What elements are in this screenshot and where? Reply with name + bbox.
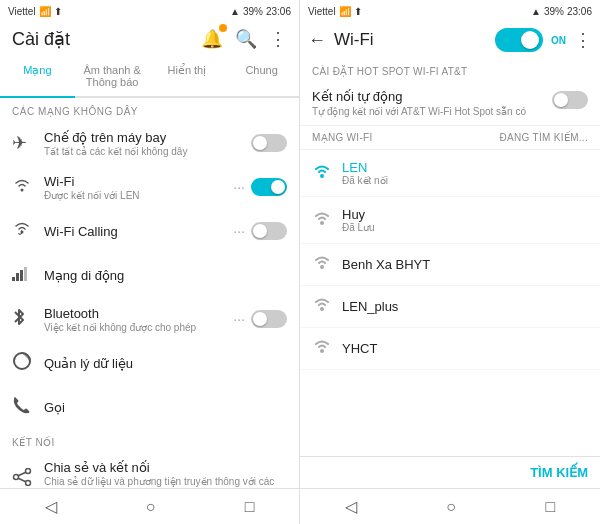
- wifi-network-len-status: Đã kết nối: [342, 175, 588, 186]
- auto-connect-subtitle: Tự động kết nối với AT&T Wi-Fi Hot Spot …: [312, 106, 544, 117]
- right-clock: 23:06: [567, 6, 592, 17]
- right-scroll-area: CÀI ĐẶT HOT SPOT WI-FI AT&T Kết nối tự đ…: [300, 58, 600, 456]
- wifi-network-yhct[interactable]: YHCT: [300, 328, 600, 370]
- mobile-network-text: Mạng di động: [44, 268, 287, 283]
- right-back-button[interactable]: ◁: [333, 493, 369, 520]
- auto-connect-toggle[interactable]: [552, 91, 588, 109]
- search-networks-button[interactable]: TÌM KIẾM: [530, 465, 588, 480]
- left-top-bar: Cài đặt 🔔 🔍 ⋮: [0, 22, 299, 56]
- wifi-calling-icon: [12, 220, 44, 243]
- svg-point-9: [26, 480, 31, 485]
- left-nav-bar: ◁ ○ □: [0, 488, 299, 524]
- airplane-right: [251, 134, 287, 152]
- right-carrier-name: Viettel: [308, 6, 336, 17]
- tab-display[interactable]: Hiển thị: [150, 56, 225, 98]
- wifi-calling-right: ···: [233, 222, 287, 240]
- mobile-network-icon: [12, 265, 44, 286]
- calling-title: Gọi: [44, 400, 287, 415]
- wifi-network-yhct-text: YHCT: [342, 341, 588, 356]
- wifi-calling-toggle-knob: [253, 224, 267, 238]
- svg-point-16: [320, 349, 324, 353]
- right-home-button[interactable]: ○: [434, 494, 468, 520]
- tab-sound[interactable]: Âm thanh & Thông báo: [75, 56, 150, 98]
- more-button[interactable]: ⋮: [269, 28, 287, 50]
- data-management-title: Quản lý dữ liệu: [44, 356, 287, 371]
- wifi-network-len-icon: [312, 163, 342, 184]
- auto-connect-row: Kết nối tự động Tự động kết nối với AT&T…: [300, 81, 600, 126]
- auto-connect-toggle-knob: [554, 93, 568, 107]
- auto-connect-text: Kết nối tự động Tự động kết nối với AT&T…: [312, 89, 544, 117]
- top-bar-icons: 🔔 🔍 ⋮: [201, 28, 287, 50]
- bluetooth-toggle-knob: [253, 312, 267, 326]
- wifi-status-icon: ▲: [230, 6, 240, 17]
- notification-button[interactable]: 🔔: [201, 28, 223, 50]
- left-scroll-area: CÁC MẠNG KHÔNG DÂY ✈ Chế độ trên máy bay…: [0, 98, 299, 488]
- share-connect-text: Chia sẻ và kết nối Chia sẻ dữ liệu và ph…: [44, 460, 287, 488]
- wifi-list-header: MẠNG WI-FI ĐANG TÌM KIẾM...: [300, 126, 600, 150]
- wifi-main-toggle-knob: [521, 31, 539, 49]
- wifi-more-button[interactable]: ⋮: [574, 29, 592, 51]
- calling-icon: [12, 396, 44, 419]
- auto-connect-title: Kết nối tự động: [312, 89, 544, 104]
- wifi-network-benhxa[interactable]: Benh Xa BHYT: [300, 244, 600, 286]
- data-management-text: Quản lý dữ liệu: [44, 356, 287, 371]
- wifi-network-huy[interactable]: Huy Đã Lưu: [300, 197, 600, 244]
- svg-rect-4: [20, 270, 23, 281]
- svg-point-0: [21, 188, 24, 191]
- wireless-section-label: CÁC MẠNG KHÔNG DÂY: [0, 98, 299, 121]
- wifi-calling-title: Wi-Fi Calling: [44, 224, 233, 239]
- svg-line-11: [18, 478, 26, 482]
- wifi-dots: ···: [233, 179, 245, 195]
- wifi-back-button[interactable]: ←: [308, 30, 326, 51]
- bluetooth-toggle[interactable]: [251, 310, 287, 328]
- right-battery: 39%: [544, 6, 564, 17]
- wifi-network-lenplus[interactable]: LEN_plus: [300, 286, 600, 328]
- right-nav-bar: ◁ ○ □: [300, 488, 600, 524]
- tab-network[interactable]: Mạng: [0, 56, 75, 98]
- wifi-network-yhct-name: YHCT: [342, 341, 588, 356]
- wifi-network-lenplus-name: LEN_plus: [342, 299, 588, 314]
- wifi-network-lenplus-text: LEN_plus: [342, 299, 588, 314]
- airplane-subtitle: Tất tất cả các kết nối không dây: [44, 146, 251, 157]
- wifi-network-len[interactable]: LEN Đã kết nối: [300, 150, 600, 197]
- back-button[interactable]: ◁: [33, 493, 69, 520]
- share-connect-item[interactable]: Chia sẻ và kết nối Chia sẻ dữ liệu và ph…: [0, 452, 299, 488]
- calling-item[interactable]: Gọi: [0, 385, 299, 429]
- settings-tabs: Mạng Âm thanh & Thông báo Hiển thị Chung: [0, 56, 299, 98]
- bluetooth-text: Bluetooth Việc kết nối không được cho ph…: [44, 306, 233, 333]
- right-status-right: ▲ 39% 23:06: [531, 6, 592, 17]
- bluetooth-item[interactable]: Bluetooth Việc kết nối không được cho ph…: [0, 297, 299, 341]
- tab-general[interactable]: Chung: [224, 56, 299, 98]
- left-status-right: ▲ 39% 23:06: [230, 6, 291, 17]
- search-button[interactable]: 🔍: [235, 28, 257, 50]
- wifi-network-benhxa-text: Benh Xa BHYT: [342, 257, 588, 272]
- right-signal-icon: 📶: [339, 6, 351, 17]
- wifi-network-benhxa-icon: [312, 254, 342, 275]
- right-status-carrier: Viettel 📶 ⬆: [308, 6, 362, 17]
- home-button[interactable]: ○: [134, 494, 168, 520]
- right-wifi-icon: ▲: [531, 6, 541, 17]
- airplane-toggle-knob: [253, 136, 267, 150]
- wifi-calling-item[interactable]: Wi-Fi Calling ···: [0, 209, 299, 253]
- wifi-network-len-text: LEN Đã kết nối: [342, 160, 588, 186]
- wifi-text: Wi-Fi Được kết nối với LEN: [44, 174, 233, 201]
- recents-button[interactable]: □: [233, 494, 267, 520]
- wifi-toggle[interactable]: [251, 178, 287, 196]
- notification-badge: [219, 24, 227, 32]
- wifi-main-toggle[interactable]: [495, 28, 543, 52]
- wifi-network-huy-icon: [312, 210, 342, 231]
- bluetooth-subtitle: Việc kết nối không được cho phép: [44, 322, 233, 333]
- right-recents-button[interactable]: □: [534, 494, 568, 520]
- right-data-icon: ⬆: [354, 6, 362, 17]
- svg-rect-2: [12, 277, 15, 281]
- svg-point-7: [14, 474, 19, 479]
- svg-point-14: [320, 265, 324, 269]
- wifi-item[interactable]: Wi-Fi Được kết nối với LEN ···: [0, 165, 299, 209]
- airplane-toggle[interactable]: [251, 134, 287, 152]
- mobile-network-item[interactable]: Mạng di động: [0, 253, 299, 297]
- airplane-mode-item[interactable]: ✈ Chế độ trên máy bay Tất tất cả các kết…: [0, 121, 299, 165]
- bottom-search-area: TÌM KIẾM: [300, 456, 600, 488]
- wifi-toggle-knob: [271, 180, 285, 194]
- data-management-item[interactable]: Quản lý dữ liệu: [0, 341, 299, 385]
- wifi-calling-toggle[interactable]: [251, 222, 287, 240]
